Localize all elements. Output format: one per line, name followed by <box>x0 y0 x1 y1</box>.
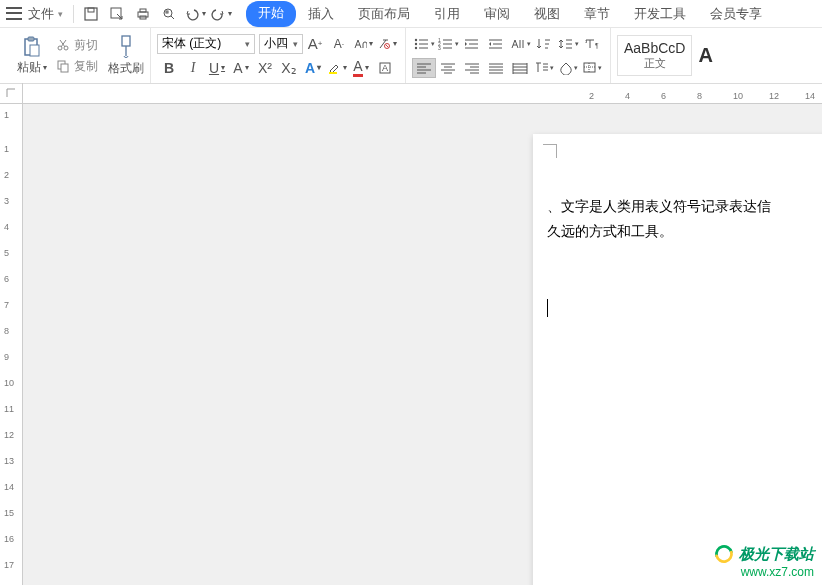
underline-button[interactable]: U <box>207 58 227 78</box>
save-icon[interactable] <box>80 3 102 25</box>
bold-button[interactable]: B <box>159 58 179 78</box>
style-normal[interactable]: AaBbCcD 正文 <box>617 35 692 76</box>
document-text[interactable]: 、文字是人类用表义符号记录表达信 久远的方式和工具。 <box>547 194 822 244</box>
tab-review[interactable]: 审阅 <box>472 1 522 27</box>
tab-insert[interactable]: 插入 <box>296 1 346 27</box>
svg-rect-9 <box>28 37 34 41</box>
strike-button[interactable]: A <box>231 58 251 78</box>
tab-member[interactable]: 会员专享 <box>698 1 774 27</box>
tab-references[interactable]: 引用 <box>422 1 472 27</box>
character-border-button[interactable]: A <box>375 58 395 78</box>
document-area: 2 4 6 8 10 12 14 1 1 2 3 4 5 6 7 8 9 10 … <box>0 84 822 585</box>
svg-point-21 <box>415 42 417 44</box>
clear-format-icon[interactable] <box>377 34 397 54</box>
tab-bar: 开始 插入 页面布局 引用 审阅 视图 章节 开发工具 会员专享 <box>246 1 774 27</box>
ribbon: 粘贴▾ 剪切 复制 格式刷 宋体 (正文)▾ 小四▾ A+ A- B I U <box>0 28 822 84</box>
ruler-corner-icon <box>0 83 23 103</box>
align-justify-button[interactable] <box>484 58 508 78</box>
highlight-button[interactable] <box>327 58 347 78</box>
svg-point-20 <box>415 38 417 40</box>
text-effects-button[interactable]: A <box>303 58 323 78</box>
vertical-ruler[interactable]: 1 1 2 3 4 5 6 7 8 9 10 11 12 13 14 15 16… <box>0 104 23 585</box>
align-left-button[interactable] <box>412 58 436 78</box>
watermark: 极光下载站 www.xz7.com <box>713 543 814 579</box>
undo-button[interactable]: ▾ <box>184 3 206 25</box>
numbering-button[interactable]: 123▾ <box>436 34 460 54</box>
svg-rect-4 <box>140 9 146 12</box>
format-painter-button[interactable]: 格式刷 <box>108 34 144 77</box>
print-icon[interactable] <box>132 3 154 25</box>
svg-rect-17 <box>329 72 337 74</box>
save-as-icon[interactable] <box>106 3 128 25</box>
show-marks-button[interactable]: ¶ <box>580 34 604 54</box>
svg-point-22 <box>415 46 417 48</box>
font-group: 宋体 (正文)▾ 小四▾ A+ A- B I U A X² X₂ A A A <box>151 28 406 83</box>
svg-text:3: 3 <box>438 45 441 51</box>
paste-label: 粘贴 <box>17 59 41 76</box>
paste-button[interactable]: 粘贴▾ <box>12 35 52 76</box>
margin-marker-icon <box>543 144 557 158</box>
increase-font-icon[interactable]: A+ <box>305 34 325 54</box>
paste-icon <box>20 35 44 59</box>
subscript-button[interactable]: X₂ <box>279 58 299 78</box>
align-right-button[interactable] <box>460 58 484 78</box>
svg-text:¶: ¶ <box>595 42 599 49</box>
italic-button[interactable]: I <box>183 58 203 78</box>
text-cursor-icon <box>547 299 548 317</box>
svg-text:A: A <box>382 63 388 73</box>
font-color-button[interactable]: A <box>351 58 371 78</box>
line-spacing-button[interactable]: ▾ <box>556 34 580 54</box>
svg-rect-7 <box>166 11 168 13</box>
menubar: 文件 ▾ ▾ ▾ 开始 插入 页面布局 引用 审阅 视图 章节 开发工具 会员专… <box>0 0 822 28</box>
font-name-select[interactable]: 宋体 (正文)▾ <box>157 34 255 54</box>
scissors-icon <box>56 38 70 52</box>
style-font-preview[interactable]: A <box>698 44 712 67</box>
asian-layout-button[interactable]: ▾ <box>508 34 532 54</box>
svg-rect-14 <box>61 64 68 72</box>
svg-rect-0 <box>85 8 97 20</box>
decrease-indent-button[interactable] <box>460 34 484 54</box>
decrease-font-icon[interactable]: A- <box>329 34 349 54</box>
document-page[interactable]: 、文字是人类用表义符号记录表达信 久远的方式和工具。 <box>533 134 822 585</box>
svg-rect-10 <box>30 45 39 56</box>
sort-button[interactable] <box>532 34 556 54</box>
borders-button[interactable]: ▾ <box>580 58 604 78</box>
page-background[interactable]: 、文字是人类用表义符号记录表达信 久远的方式和工具。 <box>23 104 822 585</box>
styles-group: AaBbCcD 正文 A <box>611 28 719 83</box>
horizontal-ruler[interactable]: 2 4 6 8 10 12 14 <box>0 84 822 104</box>
paragraph-group: ▾ 123▾ ▾ ▾ ¶ ▾ ▾ ▾ <box>406 28 611 83</box>
svg-rect-1 <box>88 8 94 12</box>
text-direction-button[interactable]: ▾ <box>532 58 556 78</box>
brush-icon <box>115 34 137 60</box>
tab-page-layout[interactable]: 页面布局 <box>346 1 422 27</box>
align-center-button[interactable] <box>436 58 460 78</box>
watermark-logo-icon <box>713 543 735 565</box>
clipboard-group: 粘贴▾ 剪切 复制 格式刷 <box>6 28 151 83</box>
separator <box>73 5 74 23</box>
watermark-title: 极光下载站 <box>739 545 814 564</box>
watermark-url: www.xz7.com <box>713 565 814 579</box>
superscript-button[interactable]: X² <box>255 58 275 78</box>
tab-developer[interactable]: 开发工具 <box>622 1 698 27</box>
change-case-icon[interactable] <box>353 34 373 54</box>
distributed-button[interactable] <box>508 58 532 78</box>
menu-icon[interactable] <box>6 6 22 22</box>
redo-button[interactable]: ▾ <box>210 3 232 25</box>
file-menu[interactable]: 文件 <box>28 5 54 23</box>
svg-rect-15 <box>122 36 130 46</box>
font-size-select[interactable]: 小四▾ <box>259 34 303 54</box>
copy-button[interactable]: 复制 <box>56 58 98 75</box>
print-preview-icon[interactable] <box>158 3 180 25</box>
copy-icon <box>56 59 70 73</box>
increase-indent-button[interactable] <box>484 34 508 54</box>
cut-button[interactable]: 剪切 <box>56 37 98 54</box>
shading-button[interactable]: ▾ <box>556 58 580 78</box>
tab-start[interactable]: 开始 <box>246 1 296 27</box>
bullets-button[interactable]: ▾ <box>412 34 436 54</box>
tab-view[interactable]: 视图 <box>522 1 572 27</box>
tab-section[interactable]: 章节 <box>572 1 622 27</box>
file-menu-arrow-icon[interactable]: ▾ <box>58 9 63 19</box>
